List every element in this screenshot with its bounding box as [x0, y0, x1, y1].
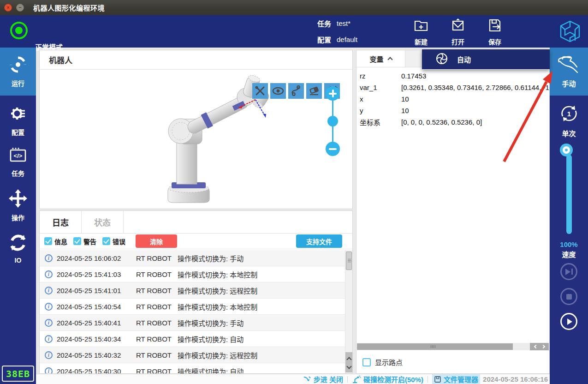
config-label: 配置 — [317, 35, 331, 44]
log-row[interactable]: i 2024-05-25 16:06:02 RT ROBOT 操作模式切换为: … — [40, 250, 345, 266]
robot-panel-title: 机器人 — [40, 50, 352, 70]
log-row[interactable]: i 2024-05-25 15:40:54 RT ROBOT 操作模式切换为: … — [40, 299, 345, 315]
tools-button[interactable] — [252, 83, 268, 99]
file-manager-button[interactable]: 文件管理器 — [432, 374, 480, 384]
log-row[interactable]: i 2024-05-25 15:40:34 RT ROBOT 操作模式切换为: … — [40, 331, 345, 347]
robot-panel: 机器人 — [39, 50, 353, 209]
app-header: 正常模式 任务 test* 配置 default 新建 打开 — [0, 15, 588, 48]
info-icon: i — [45, 335, 53, 343]
log-row[interactable]: i 2024-05-25 15:40:41 RT ROBOT 操作模式切换为: … — [40, 315, 345, 331]
os-titlebar: × − 机器人图形化编程环境 — [0, 0, 588, 15]
info-icon: i — [45, 319, 53, 327]
error-checkbox-label: 错误 — [113, 237, 125, 246]
log-row[interactable]: i 2024-05-25 15:41:01 RT ROBOT 操作模式切换为: … — [40, 282, 345, 299]
sidebar-item-io[interactable]: IO — [0, 230, 36, 267]
open-button-label: 打开 — [451, 37, 464, 46]
sidebar-item-label: 操作 — [12, 213, 24, 222]
auto-mode-label: 自动 — [457, 54, 471, 64]
new-folder-icon — [413, 17, 429, 36]
right-sidebar: 手动 1 单次 100% 速度 — [550, 48, 588, 384]
open-mail-icon — [450, 17, 466, 36]
variable-row[interactable]: 坐标系 [0, 0, 0, 0.5236, 0.5236, 0] — [356, 116, 549, 128]
scrollbar-buttons — [345, 352, 353, 372]
save-button-label: 保存 — [488, 37, 501, 46]
new-button[interactable]: 新建 — [408, 17, 434, 46]
info-icon: i — [45, 254, 53, 262]
log-row[interactable]: i 2024-05-25 15:40:32 RT ROBOT 操作模式切换为: … — [40, 347, 345, 363]
log-row[interactable]: i 2024-05-25 15:40:30 RT ROBOT 操作模式切换为: … — [40, 363, 345, 373]
scrollbar-thumb[interactable] — [357, 343, 513, 350]
scrollbar-thumb[interactable] — [346, 252, 352, 270]
error-checkbox[interactable] — [102, 237, 110, 245]
zoom-out-button[interactable] — [326, 142, 340, 156]
chevron-up-icon — [387, 57, 392, 62]
log-vertical-scrollbar[interactable] — [345, 250, 352, 373]
info-icon: i — [45, 351, 53, 359]
save-button[interactable]: 保存 — [481, 17, 508, 46]
left-sidebar: 运行 配置 </> 任务 — [0, 48, 36, 384]
step-forward-button[interactable] — [560, 263, 577, 280]
info-checkbox[interactable] — [44, 237, 52, 245]
scroll-left-icon[interactable] — [534, 345, 537, 348]
auto-mode-menu-item[interactable]: 自动 — [422, 49, 550, 70]
speed-slider-handle[interactable] — [563, 146, 570, 154]
stop-button[interactable] — [560, 288, 577, 305]
open-button[interactable]: 打开 — [445, 17, 471, 46]
new-button-label: 新建 — [415, 37, 428, 46]
scroll-up-icon[interactable] — [346, 357, 351, 362]
sidebar-item-label: 任务 — [12, 168, 24, 178]
show-waypoints-checkbox[interactable] — [362, 358, 371, 366]
info-icon: i — [45, 367, 53, 374]
variable-row[interactable]: y 10 — [356, 105, 549, 116]
sidebar-item-run[interactable]: 运行 — [0, 48, 36, 96]
config-value: default — [337, 36, 357, 43]
variables-horizontal-scrollbar[interactable] — [357, 343, 530, 350]
variable-row[interactable]: rz 0.17453 — [356, 70, 549, 82]
task-label: 任务 — [317, 18, 331, 28]
support-files-button[interactable]: 支持文件 — [296, 234, 342, 248]
clear-button[interactable]: 清除 — [136, 234, 177, 248]
log-tabs: 日志 状态 — [40, 211, 352, 234]
log-list: i 2024-05-25 16:06:02 RT ROBOT 操作模式切换为: … — [40, 250, 345, 373]
speed-slider-track[interactable] — [566, 155, 572, 234]
sidebar-item-config[interactable]: 配置 — [0, 102, 36, 139]
scroll-right-icon[interactable] — [541, 345, 545, 348]
sidebar-item-label: 配置 — [12, 127, 24, 137]
manual-mode-label: 手动 — [562, 78, 576, 88]
info-icon: i — [45, 287, 53, 294]
sidebar-item-task[interactable]: </> 任务 — [0, 144, 36, 180]
zoom-slider-handle[interactable] — [327, 116, 338, 126]
step-mode-status[interactable]: 步进 关闭 — [303, 374, 343, 384]
variable-row[interactable]: x 10 — [356, 93, 549, 105]
app-logo-icon — [559, 20, 581, 45]
sidebar-item-operate[interactable]: 操作 — [0, 186, 36, 225]
window-title: 机器人图形化编程环境 — [33, 3, 105, 12]
visibility-button[interactable] — [270, 83, 286, 99]
show-waypoints-label: 显示路点 — [375, 357, 403, 367]
collision-detect-status[interactable]: 碰撞检测开启(50%) — [352, 374, 423, 384]
window-minimize-button[interactable]: − — [16, 4, 24, 12]
task-row: 任务 test* — [317, 18, 350, 28]
save-floppy-icon — [487, 17, 503, 36]
warning-checkbox[interactable] — [73, 237, 81, 245]
tab-variables[interactable]: 变量 — [356, 50, 405, 67]
run-icon — [9, 56, 27, 75]
zoom-in-button[interactable] — [326, 86, 340, 101]
trajectory-button[interactable] — [288, 83, 304, 99]
manual-mode-button[interactable]: 手动 — [550, 48, 588, 96]
speed-value: 100% — [550, 240, 588, 248]
config-row: 配置 default — [317, 35, 357, 44]
variable-row[interactable]: var_1 [0.3261, 0.35348, 0.73416, 2.72866… — [356, 82, 549, 93]
window-close-button[interactable]: × — [4, 4, 12, 12]
single-run-button[interactable]: 1 单次 — [550, 102, 588, 139]
tab-log[interactable]: 日志 — [40, 211, 82, 233]
tab-status[interactable]: 状态 — [82, 211, 124, 233]
show-waypoints-row: 显示路点 — [362, 357, 403, 367]
play-button[interactable] — [560, 313, 577, 330]
erase-button[interactable] — [306, 83, 322, 99]
log-row[interactable]: i 2024-05-25 15:41:03 RT ROBOT 操作模式切换为: … — [40, 266, 345, 282]
device-code-badge: 38EB — [2, 366, 34, 382]
scroll-down-icon[interactable] — [346, 364, 351, 369]
step-icon — [303, 376, 311, 383]
collision-icon — [352, 375, 361, 384]
